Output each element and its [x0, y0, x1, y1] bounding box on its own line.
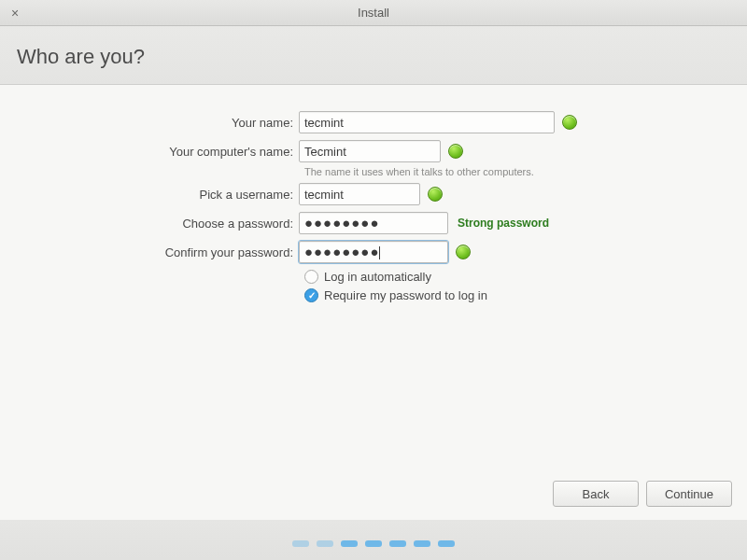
login-require-radio[interactable]	[304, 288, 318, 302]
content-area: Your name: Your computer's name: The nam…	[0, 85, 747, 520]
check-icon	[456, 245, 471, 259]
login-auto-label[interactable]: Log in automatically	[324, 270, 431, 284]
computer-name-input[interactable]	[299, 140, 441, 162]
name-label: Your name:	[19, 116, 299, 130]
progress-dot	[292, 540, 309, 547]
password-input[interactable]: ●●●●●●●●	[299, 212, 448, 234]
check-icon	[448, 144, 463, 159]
confirm-label: Confirm your password:	[19, 245, 299, 259]
progress-footer	[0, 520, 747, 560]
login-require-label[interactable]: Require my password to log in	[324, 288, 487, 302]
progress-dot	[317, 540, 333, 547]
progress-dot	[365, 540, 382, 547]
progress-dot	[341, 540, 358, 547]
close-button[interactable]: ×	[6, 4, 24, 22]
computer-help-text: The name it uses when it talks to other …	[304, 166, 728, 177]
password-label: Choose a password:	[19, 217, 299, 231]
progress-dot	[438, 540, 455, 547]
confirm-password-input[interactable]: ●●●●●●●●	[299, 241, 448, 263]
username-input[interactable]	[299, 183, 420, 205]
name-input[interactable]	[299, 111, 555, 133]
close-icon: ×	[11, 6, 19, 21]
titlebar: × Install	[0, 0, 747, 26]
progress-dot	[389, 540, 406, 547]
computer-label: Your computer's name:	[19, 145, 299, 159]
check-icon	[428, 187, 443, 202]
progress-dot	[414, 540, 430, 547]
header-section: Who are you?	[0, 26, 747, 85]
continue-button[interactable]: Continue	[646, 481, 732, 507]
window-title: Install	[0, 6, 747, 20]
check-icon	[562, 115, 577, 130]
back-button[interactable]: Back	[553, 481, 639, 507]
username-label: Pick a username:	[19, 188, 299, 202]
password-strength: Strong password	[458, 217, 549, 230]
page-title: Who are you?	[17, 45, 730, 69]
login-auto-radio[interactable]	[304, 270, 318, 284]
